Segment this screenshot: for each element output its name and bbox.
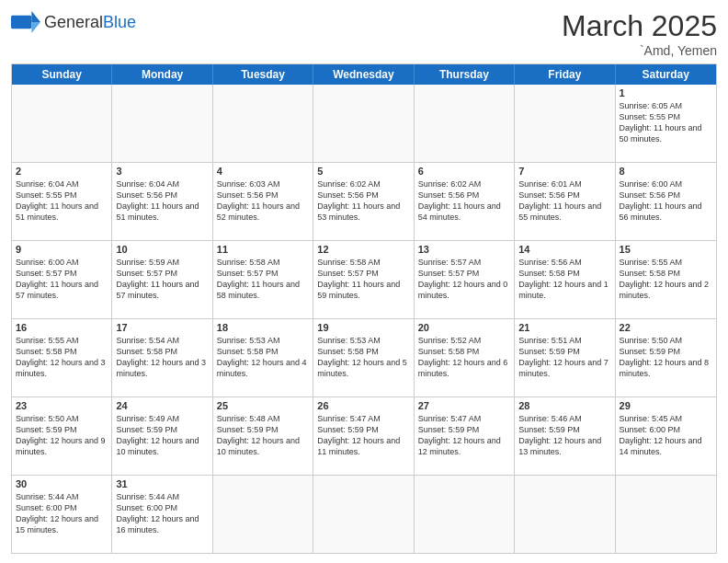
day-content: Sunrise: 6:02 AM Sunset: 5:56 PM Dayligh… xyxy=(317,178,409,224)
calendar-day-20: 20Sunrise: 5:52 AM Sunset: 5:58 PM Dayli… xyxy=(415,319,515,396)
calendar-day-26: 26Sunrise: 5:47 AM Sunset: 5:59 PM Dayli… xyxy=(313,397,414,475)
calendar-day-18: 18Sunrise: 5:53 AM Sunset: 5:58 PM Dayli… xyxy=(213,319,313,396)
day-content: Sunrise: 5:48 AM Sunset: 5:59 PM Dayligh… xyxy=(217,413,309,458)
calendar-week-2: 9Sunrise: 6:00 AM Sunset: 5:57 PM Daylig… xyxy=(12,240,716,318)
day-content: Sunrise: 5:46 AM Sunset: 5:59 PM Dayligh… xyxy=(518,413,610,458)
day-number: 29 xyxy=(620,400,712,411)
day-number: 14 xyxy=(518,244,610,255)
day-number: 11 xyxy=(217,244,309,255)
day-content: Sunrise: 6:02 AM Sunset: 5:56 PM Dayligh… xyxy=(418,178,510,224)
calendar-week-5: 30Sunrise: 5:44 AM Sunset: 6:00 PM Dayli… xyxy=(12,475,716,553)
calendar-week-3: 16Sunrise: 5:55 AM Sunset: 5:58 PM Dayli… xyxy=(12,318,716,396)
day-content: Sunrise: 5:47 AM Sunset: 5:59 PM Dayligh… xyxy=(317,413,409,458)
svg-rect-0 xyxy=(11,16,31,29)
day-content: Sunrise: 5:56 AM Sunset: 5:58 PM Dayligh… xyxy=(518,257,610,302)
calendar-day-23: 23Sunrise: 5:50 AM Sunset: 5:59 PM Dayli… xyxy=(12,397,112,475)
day-content: Sunrise: 5:47 AM Sunset: 5:59 PM Dayligh… xyxy=(418,413,510,458)
day-number: 17 xyxy=(116,322,208,333)
calendar-day-31: 31Sunrise: 5:44 AM Sunset: 6:00 PM Dayli… xyxy=(112,476,212,553)
calendar-empty-cell xyxy=(313,85,414,162)
day-content: Sunrise: 6:03 AM Sunset: 5:56 PM Dayligh… xyxy=(217,178,309,224)
day-number: 15 xyxy=(620,244,712,255)
calendar-day-29: 29Sunrise: 5:45 AM Sunset: 6:00 PM Dayli… xyxy=(616,397,716,475)
calendar-day-2: 2Sunrise: 6:04 AM Sunset: 5:55 PM Daylig… xyxy=(12,163,112,240)
day-header-wednesday: Wednesday xyxy=(313,64,414,85)
day-content: Sunrise: 5:58 AM Sunset: 5:57 PM Dayligh… xyxy=(217,257,309,302)
calendar-day-15: 15Sunrise: 5:55 AM Sunset: 5:58 PM Dayli… xyxy=(616,241,716,318)
calendar-empty-cell xyxy=(515,476,615,553)
calendar-day-9: 9Sunrise: 6:00 AM Sunset: 5:57 PM Daylig… xyxy=(12,241,112,318)
calendar-empty-cell xyxy=(515,85,615,162)
day-number: 22 xyxy=(620,322,712,333)
month-title: March 2025 xyxy=(562,9,717,43)
day-number: 5 xyxy=(317,166,409,177)
day-header-sunday: Sunday xyxy=(12,64,112,85)
calendar-day-1: 1Sunrise: 6:05 AM Sunset: 5:55 PM Daylig… xyxy=(616,85,716,162)
day-number: 3 xyxy=(116,166,208,177)
day-number: 6 xyxy=(418,166,510,177)
calendar-day-5: 5Sunrise: 6:02 AM Sunset: 5:56 PM Daylig… xyxy=(313,163,414,240)
calendar-empty-cell xyxy=(616,476,716,553)
day-header-thursday: Thursday xyxy=(415,64,515,85)
day-number: 4 xyxy=(217,166,309,177)
calendar-week-4: 23Sunrise: 5:50 AM Sunset: 5:59 PM Dayli… xyxy=(12,396,716,475)
calendar-empty-cell xyxy=(12,85,112,162)
svg-marker-2 xyxy=(31,22,40,33)
calendar-day-17: 17Sunrise: 5:54 AM Sunset: 5:58 PM Dayli… xyxy=(112,319,212,396)
calendar-day-10: 10Sunrise: 5:59 AM Sunset: 5:57 PM Dayli… xyxy=(112,241,212,318)
day-number: 19 xyxy=(317,322,409,333)
day-number: 2 xyxy=(16,166,108,177)
day-number: 26 xyxy=(317,400,409,411)
day-content: Sunrise: 5:58 AM Sunset: 5:57 PM Dayligh… xyxy=(317,257,409,302)
calendar-week-0: 1Sunrise: 6:05 AM Sunset: 5:55 PM Daylig… xyxy=(12,85,716,162)
day-content: Sunrise: 6:00 AM Sunset: 5:57 PM Dayligh… xyxy=(16,257,108,302)
day-number: 28 xyxy=(518,400,610,411)
logo: GeneralBlue xyxy=(11,9,136,35)
day-number: 25 xyxy=(217,400,309,411)
day-number: 23 xyxy=(16,400,108,411)
calendar: SundayMondayTuesdayWednesdayThursdayFrid… xyxy=(11,63,717,554)
day-header-saturday: Saturday xyxy=(616,64,716,85)
day-content: Sunrise: 6:00 AM Sunset: 5:56 PM Dayligh… xyxy=(620,178,712,224)
title-block: March 2025 `Amd, Yemen xyxy=(562,9,717,58)
calendar-day-19: 19Sunrise: 5:53 AM Sunset: 5:58 PM Dayli… xyxy=(313,319,414,396)
day-content: Sunrise: 5:50 AM Sunset: 5:59 PM Dayligh… xyxy=(620,335,712,380)
location: `Amd, Yemen xyxy=(562,43,717,58)
day-number: 16 xyxy=(16,322,108,333)
day-content: Sunrise: 5:44 AM Sunset: 6:00 PM Dayligh… xyxy=(16,491,108,536)
day-number: 10 xyxy=(116,244,208,255)
calendar-day-12: 12Sunrise: 5:58 AM Sunset: 5:57 PM Dayli… xyxy=(313,241,414,318)
day-content: Sunrise: 5:51 AM Sunset: 5:59 PM Dayligh… xyxy=(518,335,610,380)
day-number: 7 xyxy=(518,166,610,177)
calendar-day-7: 7Sunrise: 6:01 AM Sunset: 5:56 PM Daylig… xyxy=(515,163,615,240)
day-number: 9 xyxy=(16,244,108,255)
page: GeneralBlue March 2025 `Amd, Yemen Sunda… xyxy=(0,0,728,563)
day-content: Sunrise: 6:04 AM Sunset: 5:56 PM Dayligh… xyxy=(116,178,208,224)
calendar-empty-cell xyxy=(213,85,313,162)
day-header-friday: Friday xyxy=(515,64,615,85)
calendar-empty-cell xyxy=(415,476,515,553)
logo-text: GeneralBlue xyxy=(44,14,136,31)
calendar-day-11: 11Sunrise: 5:58 AM Sunset: 5:57 PM Dayli… xyxy=(213,241,313,318)
day-content: Sunrise: 5:55 AM Sunset: 5:58 PM Dayligh… xyxy=(620,257,712,302)
calendar-day-28: 28Sunrise: 5:46 AM Sunset: 5:59 PM Dayli… xyxy=(515,397,615,475)
day-content: Sunrise: 5:49 AM Sunset: 5:59 PM Dayligh… xyxy=(116,413,208,458)
calendar-day-25: 25Sunrise: 5:48 AM Sunset: 5:59 PM Dayli… xyxy=(213,397,313,475)
calendar-empty-cell xyxy=(415,85,515,162)
calendar-empty-cell xyxy=(112,85,212,162)
day-number: 20 xyxy=(418,322,510,333)
day-content: Sunrise: 5:45 AM Sunset: 6:00 PM Dayligh… xyxy=(620,413,712,458)
day-content: Sunrise: 5:52 AM Sunset: 5:58 PM Dayligh… xyxy=(418,335,510,380)
day-content: Sunrise: 5:59 AM Sunset: 5:57 PM Dayligh… xyxy=(116,257,208,302)
day-content: Sunrise: 5:57 AM Sunset: 5:57 PM Dayligh… xyxy=(418,257,510,302)
day-number: 31 xyxy=(116,478,208,489)
calendar-day-30: 30Sunrise: 5:44 AM Sunset: 6:00 PM Dayli… xyxy=(12,476,112,553)
day-number: 13 xyxy=(418,244,510,255)
calendar-day-4: 4Sunrise: 6:03 AM Sunset: 5:56 PM Daylig… xyxy=(213,163,313,240)
day-content: Sunrise: 5:50 AM Sunset: 5:59 PM Dayligh… xyxy=(16,413,108,458)
day-content: Sunrise: 5:44 AM Sunset: 6:00 PM Dayligh… xyxy=(116,491,208,536)
day-content: Sunrise: 5:54 AM Sunset: 5:58 PM Dayligh… xyxy=(116,335,208,380)
calendar-day-22: 22Sunrise: 5:50 AM Sunset: 5:59 PM Dayli… xyxy=(616,319,716,396)
header: GeneralBlue March 2025 `Amd, Yemen xyxy=(11,9,717,58)
calendar-body: 1Sunrise: 6:05 AM Sunset: 5:55 PM Daylig… xyxy=(12,85,716,553)
